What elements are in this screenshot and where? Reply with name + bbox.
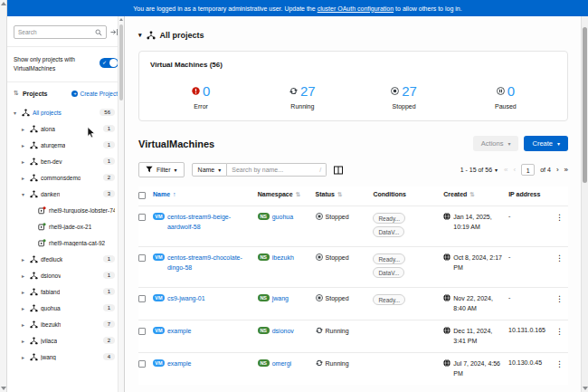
- tree-item-guohua[interactable]: ▸guohua1: [7, 300, 124, 316]
- tree-item-aturgema[interactable]: ▸aturgema1: [7, 137, 124, 153]
- condition-pill[interactable]: Ready...: [373, 213, 405, 224]
- vm-name-link[interactable]: example: [167, 359, 191, 369]
- manage-columns-icon[interactable]: [334, 166, 343, 175]
- tree-item-fabiand[interactable]: ▸fabiand1: [7, 283, 124, 300]
- column-header-created[interactable]: Created: [443, 191, 508, 198]
- tree-item-rhel9-jade-ox-21[interactable]: rhel9-jade-ox-21: [7, 218, 124, 234]
- tree-item-all-projects[interactable]: ▾All projects56: [7, 104, 124, 120]
- next-page-button[interactable]: [556, 166, 559, 174]
- namespace-link[interactable]: jwang: [272, 294, 289, 304]
- running-count-link[interactable]: 27: [300, 83, 316, 99]
- column-header-name[interactable]: Name: [153, 191, 258, 197]
- column-header-namespace[interactable]: Namespace: [258, 191, 316, 198]
- tree-item-jvilaca[interactable]: ▸jvilaca2: [7, 332, 124, 349]
- tree-item-rhel9-magenta-cat-92[interactable]: rhel9-magenta-cat-92: [7, 234, 124, 251]
- condition-pill[interactable]: DataV...: [373, 267, 404, 278]
- vm-name-link[interactable]: cs9-jwang-01: [167, 294, 205, 304]
- first-page-button[interactable]: [504, 166, 507, 174]
- tree-item-commonsdemo[interactable]: ▸commonsdemo2: [7, 169, 124, 186]
- condition-pill[interactable]: DataV...: [373, 226, 404, 237]
- current-page-input[interactable]: 1: [521, 164, 535, 176]
- create-button[interactable]: Create: [524, 136, 568, 151]
- row-checkbox[interactable]: [138, 295, 146, 302]
- chevron-down-icon[interactable]: ▾: [22, 191, 27, 197]
- kebab-menu-icon[interactable]: [555, 253, 564, 263]
- chevron-right-icon[interactable]: ▸: [22, 158, 27, 165]
- tree-item-danken[interactable]: ▾danken3: [7, 186, 124, 202]
- tree-item-alona[interactable]: ▸alona1: [7, 120, 124, 137]
- stopped-count-link[interactable]: 27: [402, 83, 417, 99]
- paused-count-link[interactable]: 0: [507, 83, 515, 99]
- project-icon: [30, 272, 38, 280]
- sort-icon[interactable]: [296, 191, 300, 197]
- namespace-link[interactable]: guohua: [272, 213, 293, 223]
- chevron-right-icon[interactable]: ▸: [22, 126, 27, 132]
- last-page-button[interactable]: [564, 166, 568, 174]
- chevron-down-icon[interactable]: ▾: [14, 110, 19, 116]
- namespace-cell: NSguohua: [258, 213, 316, 223]
- pagination-range-dropdown[interactable]: 1 - 15 of 56: [460, 167, 498, 173]
- main-scrollbar[interactable]: [581, 16, 588, 392]
- create-project-button[interactable]: Create Project: [71, 91, 118, 97]
- chevron-right-icon[interactable]: ▸: [22, 338, 27, 344]
- row-checkbox[interactable]: [138, 360, 146, 368]
- scrollbar-thumb[interactable]: [119, 24, 123, 100]
- vm-name-link[interactable]: centos-stream9-beige-aardwolf-58: [167, 213, 252, 232]
- sidebar-scrollbar[interactable]: [118, 16, 124, 392]
- tree-item-rhel9-turquoise-lobster-74[interactable]: rhel9-turquoise-lobster-74: [7, 202, 124, 218]
- name-cell: VMexample: [153, 359, 258, 369]
- sort-ascending-icon[interactable]: [173, 191, 176, 197]
- condition-pill[interactable]: Ready...: [373, 294, 405, 305]
- chevron-right-icon[interactable]: ▸: [22, 175, 27, 181]
- row-checkbox[interactable]: [138, 254, 146, 262]
- tree-item-dsionov[interactable]: ▸dsionov1: [7, 267, 124, 283]
- chevron-right-icon[interactable]: ▸: [22, 321, 27, 328]
- filter-dropdown[interactable]: Filter: [138, 162, 185, 177]
- tree-item-dfediuck[interactable]: ▸dfediuck1: [7, 251, 124, 267]
- project-search-input[interactable]: Search: [14, 25, 107, 39]
- oauth-config-link[interactable]: cluster OAuth configuration: [318, 5, 394, 12]
- chevron-right-icon[interactable]: ▸: [22, 289, 27, 295]
- row-checkbox[interactable]: [138, 214, 146, 221]
- row-checkbox[interactable]: [138, 328, 146, 335]
- all-projects-section-header[interactable]: ▾ All projects: [138, 31, 568, 40]
- chevron-right-icon[interactable]: ▸: [22, 305, 27, 311]
- chevron-right-icon[interactable]: ▸: [22, 256, 27, 263]
- chevron-right-icon[interactable]: ▸: [22, 272, 27, 279]
- page-scrollbar[interactable]: [0, 0, 7, 392]
- vm-filter-toggle[interactable]: ✓: [100, 58, 119, 68]
- sort-icon[interactable]: [337, 191, 342, 197]
- select-all-checkbox[interactable]: [138, 192, 146, 199]
- chevron-down-icon[interactable]: ▾: [138, 32, 142, 39]
- chevron-right-icon[interactable]: ▸: [22, 354, 27, 360]
- kebab-menu-icon[interactable]: [555, 213, 564, 222]
- previous-page-button[interactable]: [514, 166, 517, 174]
- namespace-link[interactable]: dsionov: [272, 327, 294, 337]
- vm-search-input[interactable]: Search by name... /: [227, 163, 327, 177]
- tree-item-ibezukh[interactable]: ▸ibezukh7: [7, 316, 124, 332]
- column-header-status[interactable]: Status: [316, 191, 374, 198]
- kebab-menu-icon[interactable]: [555, 359, 564, 368]
- tree-item-label: commonsdemo: [41, 175, 81, 181]
- kebab-menu-icon[interactable]: [555, 294, 564, 303]
- checkbox-cell: [138, 294, 153, 303]
- chevron-right-icon[interactable]: ▸: [22, 142, 27, 148]
- scrollbar-thumb[interactable]: [583, 27, 587, 183]
- tree-item-ben-dev[interactable]: ▸ben-dev1: [7, 153, 124, 169]
- vm-name-link[interactable]: centos-stream9-chocolate-dingo-58: [167, 253, 252, 272]
- actions-button[interactable]: Actions: [473, 136, 519, 151]
- vm-name-link[interactable]: example: [167, 327, 191, 337]
- condition-pill[interactable]: Ready...: [373, 253, 405, 264]
- tree-item-jwang[interactable]: ▸jwang4: [7, 349, 124, 365]
- scroll-up-icon[interactable]: [1, 2, 6, 5]
- scroll-down-icon[interactable]: [583, 387, 588, 390]
- namespace-link[interactable]: ibezukh: [272, 253, 294, 263]
- scroll-down-icon[interactable]: [1, 387, 6, 390]
- namespace-link[interactable]: omergi: [272, 359, 291, 369]
- search-attribute-dropdown[interactable]: Name: [192, 163, 228, 177]
- kebab-menu-icon[interactable]: [555, 327, 564, 336]
- sort-projects-icon[interactable]: ⇅: [14, 90, 19, 97]
- error-count-link[interactable]: 0: [203, 83, 210, 99]
- sort-icon[interactable]: [469, 191, 474, 197]
- scroll-up-icon[interactable]: [119, 18, 123, 21]
